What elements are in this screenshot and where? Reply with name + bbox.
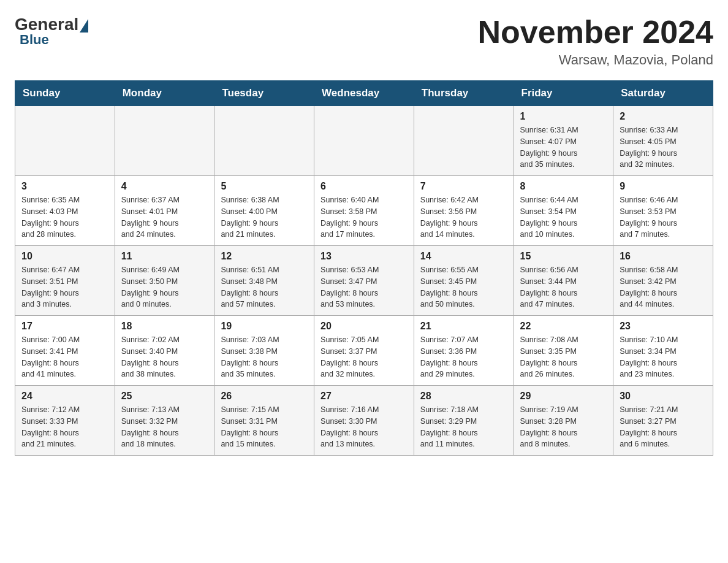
calendar-row-2: 10Sunrise: 6:47 AMSunset: 3:51 PMDayligh… <box>15 246 713 316</box>
calendar-row-4: 24Sunrise: 7:12 AMSunset: 3:33 PMDayligh… <box>15 386 713 456</box>
day-number: 30 <box>620 391 707 402</box>
day-info: Sunrise: 6:56 AMSunset: 3:44 PMDaylight:… <box>520 264 607 310</box>
table-row: 11Sunrise: 6:49 AMSunset: 3:50 PMDayligh… <box>115 246 214 316</box>
day-number: 3 <box>21 181 108 192</box>
table-row: 14Sunrise: 6:55 AMSunset: 3:45 PMDayligh… <box>414 246 514 316</box>
table-row <box>214 106 314 176</box>
day-number: 18 <box>121 321 208 332</box>
day-info: Sunrise: 7:05 AMSunset: 3:37 PMDaylight:… <box>320 334 408 380</box>
logo-triangle-icon <box>80 19 88 33</box>
day-info: Sunrise: 6:37 AMSunset: 4:01 PMDaylight:… <box>121 194 208 240</box>
table-row: 3Sunrise: 6:35 AMSunset: 4:03 PMDaylight… <box>15 176 115 246</box>
day-number: 6 <box>320 181 408 192</box>
day-number: 26 <box>221 391 308 402</box>
table-row: 27Sunrise: 7:16 AMSunset: 3:30 PMDayligh… <box>314 386 414 456</box>
table-row: 21Sunrise: 7:07 AMSunset: 3:36 PMDayligh… <box>414 316 514 386</box>
table-row: 15Sunrise: 6:56 AMSunset: 3:44 PMDayligh… <box>514 246 613 316</box>
day-number: 16 <box>620 251 707 262</box>
page-header: General Blue November 2024 Warsaw, Mazov… <box>15 15 713 68</box>
day-number: 8 <box>520 181 607 192</box>
day-number: 2 <box>620 111 707 122</box>
header-thursday: Thursday <box>414 81 514 106</box>
day-number: 4 <box>121 181 208 192</box>
day-info: Sunrise: 7:10 AMSunset: 3:34 PMDaylight:… <box>620 334 707 380</box>
header-saturday: Saturday <box>613 81 713 106</box>
header-sunday: Sunday <box>15 81 115 106</box>
table-row: 5Sunrise: 6:38 AMSunset: 4:00 PMDaylight… <box>214 176 314 246</box>
table-row: 7Sunrise: 6:42 AMSunset: 3:56 PMDaylight… <box>414 176 514 246</box>
day-info: Sunrise: 6:53 AMSunset: 3:47 PMDaylight:… <box>320 264 408 310</box>
day-info: Sunrise: 7:07 AMSunset: 3:36 PMDaylight:… <box>420 334 507 380</box>
day-info: Sunrise: 7:03 AMSunset: 3:38 PMDaylight:… <box>221 334 308 380</box>
table-row <box>15 106 115 176</box>
day-number: 15 <box>520 251 607 262</box>
table-row: 2Sunrise: 6:33 AMSunset: 4:05 PMDaylight… <box>613 106 713 176</box>
table-row: 26Sunrise: 7:15 AMSunset: 3:31 PMDayligh… <box>214 386 314 456</box>
day-number: 20 <box>320 321 408 332</box>
table-row: 25Sunrise: 7:13 AMSunset: 3:32 PMDayligh… <box>115 386 214 456</box>
day-number: 13 <box>320 251 408 262</box>
day-number: 22 <box>520 321 607 332</box>
day-number: 21 <box>420 321 507 332</box>
day-info: Sunrise: 6:55 AMSunset: 3:45 PMDaylight:… <box>420 264 507 310</box>
day-number: 23 <box>620 321 707 332</box>
day-number: 28 <box>420 391 507 402</box>
logo: General Blue <box>15 15 89 48</box>
table-row <box>115 106 214 176</box>
table-row: 10Sunrise: 6:47 AMSunset: 3:51 PMDayligh… <box>15 246 115 316</box>
day-info: Sunrise: 7:00 AMSunset: 3:41 PMDaylight:… <box>21 334 108 380</box>
day-info: Sunrise: 7:13 AMSunset: 3:32 PMDaylight:… <box>121 404 208 450</box>
table-row: 16Sunrise: 6:58 AMSunset: 3:42 PMDayligh… <box>613 246 713 316</box>
day-info: Sunrise: 6:40 AMSunset: 3:58 PMDaylight:… <box>320 194 408 240</box>
table-row: 20Sunrise: 7:05 AMSunset: 3:37 PMDayligh… <box>314 316 414 386</box>
location-text: Warsaw, Mazovia, Poland <box>478 52 713 68</box>
table-row: 13Sunrise: 6:53 AMSunset: 3:47 PMDayligh… <box>314 246 414 316</box>
calendar-row-1: 3Sunrise: 6:35 AMSunset: 4:03 PMDaylight… <box>15 176 713 246</box>
table-row: 6Sunrise: 6:40 AMSunset: 3:58 PMDaylight… <box>314 176 414 246</box>
table-row: 12Sunrise: 6:51 AMSunset: 3:48 PMDayligh… <box>214 246 314 316</box>
day-number: 25 <box>121 391 208 402</box>
day-number: 1 <box>520 111 607 122</box>
table-row: 4Sunrise: 6:37 AMSunset: 4:01 PMDaylight… <box>115 176 214 246</box>
table-row: 22Sunrise: 7:08 AMSunset: 3:35 PMDayligh… <box>514 316 613 386</box>
calendar-row-3: 17Sunrise: 7:00 AMSunset: 3:41 PMDayligh… <box>15 316 713 386</box>
table-row: 28Sunrise: 7:18 AMSunset: 3:29 PMDayligh… <box>414 386 514 456</box>
day-number: 5 <box>221 181 308 192</box>
day-number: 11 <box>121 251 208 262</box>
day-info: Sunrise: 7:21 AMSunset: 3:27 PMDaylight:… <box>620 404 707 450</box>
day-info: Sunrise: 6:58 AMSunset: 3:42 PMDaylight:… <box>620 264 707 310</box>
logo-blue-text: Blue <box>20 32 49 48</box>
table-row: 8Sunrise: 6:44 AMSunset: 3:54 PMDaylight… <box>514 176 613 246</box>
day-number: 29 <box>520 391 607 402</box>
day-info: Sunrise: 7:19 AMSunset: 3:28 PMDaylight:… <box>520 404 607 450</box>
calendar-row-0: 1Sunrise: 6:31 AMSunset: 4:07 PMDaylight… <box>15 106 713 176</box>
day-number: 24 <box>21 391 108 402</box>
day-info: Sunrise: 6:35 AMSunset: 4:03 PMDaylight:… <box>21 194 108 240</box>
day-info: Sunrise: 6:42 AMSunset: 3:56 PMDaylight:… <box>420 194 507 240</box>
header-friday: Friday <box>514 81 613 106</box>
day-number: 9 <box>620 181 707 192</box>
header-wednesday: Wednesday <box>314 81 414 106</box>
table-row: 19Sunrise: 7:03 AMSunset: 3:38 PMDayligh… <box>214 316 314 386</box>
table-row <box>414 106 514 176</box>
day-info: Sunrise: 6:31 AMSunset: 4:07 PMDaylight:… <box>520 124 607 170</box>
month-title: November 2024 <box>478 15 713 50</box>
table-row: 9Sunrise: 6:46 AMSunset: 3:53 PMDaylight… <box>613 176 713 246</box>
header-monday: Monday <box>115 81 214 106</box>
day-info: Sunrise: 6:33 AMSunset: 4:05 PMDaylight:… <box>620 124 707 170</box>
table-row: 17Sunrise: 7:00 AMSunset: 3:41 PMDayligh… <box>15 316 115 386</box>
day-number: 17 <box>21 321 108 332</box>
day-info: Sunrise: 7:18 AMSunset: 3:29 PMDaylight:… <box>420 404 507 450</box>
table-row: 24Sunrise: 7:12 AMSunset: 3:33 PMDayligh… <box>15 386 115 456</box>
day-number: 19 <box>221 321 308 332</box>
day-info: Sunrise: 7:15 AMSunset: 3:31 PMDaylight:… <box>221 404 308 450</box>
day-number: 12 <box>221 251 308 262</box>
day-number: 14 <box>420 251 507 262</box>
day-info: Sunrise: 6:44 AMSunset: 3:54 PMDaylight:… <box>520 194 607 240</box>
table-row: 30Sunrise: 7:21 AMSunset: 3:27 PMDayligh… <box>613 386 713 456</box>
table-row <box>314 106 414 176</box>
day-info: Sunrise: 6:38 AMSunset: 4:00 PMDaylight:… <box>221 194 308 240</box>
day-number: 27 <box>320 391 408 402</box>
table-row: 18Sunrise: 7:02 AMSunset: 3:40 PMDayligh… <box>115 316 214 386</box>
title-section: November 2024 Warsaw, Mazovia, Poland <box>478 15 713 68</box>
